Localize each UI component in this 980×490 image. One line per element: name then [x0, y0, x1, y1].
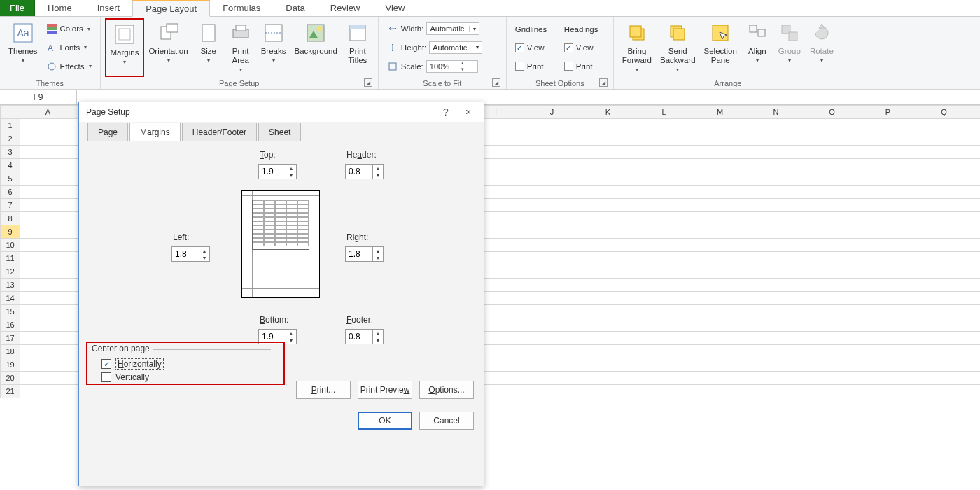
- tab-page-layout[interactable]: Page Layout: [132, 0, 210, 17]
- row-header-9[interactable]: 9: [1, 225, 20, 239]
- cell-J20[interactable]: [524, 372, 580, 385]
- cell-L11[interactable]: [636, 252, 692, 265]
- cell-N12[interactable]: [748, 265, 804, 279]
- row-header-1[interactable]: 1: [1, 119, 20, 132]
- cell-N11[interactable]: [748, 252, 804, 265]
- headings-view-check[interactable]: ✓View: [563, 43, 606, 53]
- fonts-button[interactable]: A Fonts▾: [45, 41, 93, 54]
- col-header-A[interactable]: A: [20, 106, 76, 119]
- cell-N2[interactable]: [748, 132, 804, 146]
- cell-O1[interactable]: [804, 119, 860, 132]
- cell-M11[interactable]: [692, 252, 748, 265]
- tab-view[interactable]: View: [372, 0, 417, 16]
- cell-N13[interactable]: [748, 279, 804, 292]
- cell-J10[interactable]: [524, 239, 580, 252]
- cell-L8[interactable]: [636, 212, 692, 225]
- cell-K18[interactable]: [580, 345, 636, 358]
- file-tab[interactable]: File: [0, 0, 35, 16]
- cell-R4[interactable]: [972, 159, 981, 172]
- cell-R3[interactable]: [972, 146, 981, 159]
- width-combo[interactable]: Automatic▾: [426, 22, 479, 35]
- cell-N6[interactable]: [748, 186, 804, 199]
- cell-M5[interactable]: [692, 172, 748, 186]
- dialog-tab-page[interactable]: Page: [88, 122, 128, 141]
- cell-M15[interactable]: [692, 305, 748, 318]
- row-header-3[interactable]: 3: [1, 146, 20, 159]
- cell-J8[interactable]: [524, 212, 580, 225]
- row-header-4[interactable]: 4: [1, 159, 20, 172]
- cell-Q15[interactable]: [916, 305, 972, 318]
- row-header-10[interactable]: 10: [1, 239, 20, 252]
- cell-P21[interactable]: [860, 385, 916, 398]
- cell-Q11[interactable]: [916, 252, 972, 265]
- bottom-margin-spinner[interactable]: ▲▼: [258, 329, 297, 344]
- col-header-R[interactable]: R: [972, 106, 981, 119]
- cell-J3[interactable]: [524, 146, 580, 159]
- cell-M7[interactable]: [692, 199, 748, 212]
- col-header-J[interactable]: J: [524, 106, 580, 119]
- cell-M14[interactable]: [692, 292, 748, 305]
- cell-M9[interactable]: [692, 225, 748, 239]
- cell-K1[interactable]: [580, 119, 636, 132]
- cell-O16[interactable]: [804, 318, 860, 332]
- cell-A1[interactable]: [20, 119, 76, 132]
- cell-J13[interactable]: [524, 279, 580, 292]
- cell-R17[interactable]: [972, 332, 981, 345]
- cell-R12[interactable]: [972, 265, 981, 279]
- cell-Q10[interactable]: [916, 239, 972, 252]
- bring-forward-button[interactable]: Bring Forward▾: [618, 18, 656, 77]
- row-header-17[interactable]: 17: [1, 332, 20, 345]
- cell-O15[interactable]: [804, 305, 860, 318]
- row-header-21[interactable]: 21: [1, 385, 20, 398]
- cell-A15[interactable]: [20, 305, 76, 318]
- cell-N18[interactable]: [748, 345, 804, 358]
- cell-L12[interactable]: [636, 265, 692, 279]
- cell-Q8[interactable]: [916, 212, 972, 225]
- cell-M1[interactable]: [692, 119, 748, 132]
- cell-K7[interactable]: [580, 199, 636, 212]
- cell-K17[interactable]: [580, 332, 636, 345]
- cell-M3[interactable]: [692, 146, 748, 159]
- cell-M17[interactable]: [692, 332, 748, 345]
- cell-P17[interactable]: [860, 332, 916, 345]
- scale-spinner[interactable]: 100%▲▼: [426, 60, 478, 73]
- cell-A19[interactable]: [20, 358, 76, 372]
- dialog-titlebar[interactable]: Page Setup ? ×: [79, 102, 484, 122]
- cell-J16[interactable]: [524, 318, 580, 332]
- cell-J21[interactable]: [524, 385, 580, 398]
- cell-J15[interactable]: [524, 305, 580, 318]
- cell-R5[interactable]: [972, 172, 981, 186]
- cell-P18[interactable]: [860, 345, 916, 358]
- cell-R1[interactable]: [972, 119, 981, 132]
- cell-J2[interactable]: [524, 132, 580, 146]
- cell-R6[interactable]: [972, 186, 981, 199]
- vertically-checkbox[interactable]: Vertically: [102, 372, 271, 382]
- cell-K9[interactable]: [580, 225, 636, 239]
- cell-K15[interactable]: [580, 305, 636, 318]
- cell-L18[interactable]: [636, 345, 692, 358]
- cell-A21[interactable]: [20, 385, 76, 398]
- cell-R2[interactable]: [972, 132, 981, 146]
- cell-L15[interactable]: [636, 305, 692, 318]
- dialog-tab-margins[interactable]: Margins: [130, 122, 181, 141]
- print-button[interactable]: Print...: [296, 381, 351, 399]
- row-header-12[interactable]: 12: [1, 265, 20, 279]
- col-header-N[interactable]: N: [748, 106, 804, 119]
- cell-L14[interactable]: [636, 292, 692, 305]
- tab-formulas[interactable]: Formulas: [210, 0, 273, 16]
- cell-P12[interactable]: [860, 265, 916, 279]
- cell-A18[interactable]: [20, 345, 76, 358]
- orientation-button[interactable]: Orientation▾: [144, 18, 192, 77]
- cell-Q21[interactable]: [916, 385, 972, 398]
- send-backward-button[interactable]: Send Backward▾: [656, 18, 700, 77]
- row-header-18[interactable]: 18: [1, 345, 20, 358]
- row-header-6[interactable]: 6: [1, 186, 20, 199]
- print-preview-button[interactable]: Print Preview: [358, 381, 412, 399]
- cell-K4[interactable]: [580, 159, 636, 172]
- cell-Q2[interactable]: [916, 132, 972, 146]
- col-header-M[interactable]: M: [692, 106, 748, 119]
- page-setup-launcher[interactable]: ◢: [364, 78, 372, 87]
- cell-Q9[interactable]: [916, 225, 972, 239]
- row-header-13[interactable]: 13: [1, 279, 20, 292]
- cell-J17[interactable]: [524, 332, 580, 345]
